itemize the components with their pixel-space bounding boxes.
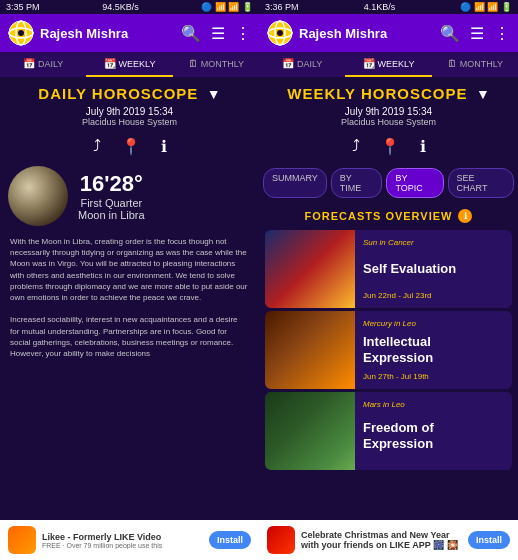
chevron-icon-left: ▼ [207, 86, 221, 102]
moon-info: 16'28° First Quarter Moon in Libra [78, 171, 145, 221]
horoscope-date-left: July 9th 2019 15:34 [4, 106, 255, 117]
actions-right: ⤴ 📍 ℹ [259, 131, 518, 162]
chevron-icon-right: ▼ [476, 86, 490, 102]
forecast-planet-1: Sun in Cancer [363, 238, 504, 247]
moon-phase: First Quarter [78, 197, 145, 209]
tab-weekly-left[interactable]: 📆 WEEKLY [86, 52, 172, 77]
filter-summary[interactable]: SUMMARY [263, 168, 327, 198]
filter-see-chart[interactable]: SEE CHART [448, 168, 514, 198]
menu-icon-left[interactable]: ☰ [211, 24, 225, 43]
data-speed-right: 4.1KB/s [364, 2, 396, 12]
ad-text-left: Likee - Formerly LIKE Video FREE · Over … [42, 532, 203, 549]
weekly-icon-left: 📆 [104, 58, 116, 69]
tab-daily-right[interactable]: 📅 DAILY [259, 52, 345, 77]
svg-point-3 [18, 30, 24, 36]
filter-by-time[interactable]: BY TIME [331, 168, 383, 198]
tab-monthly-left[interactable]: 🗓 MONTHLY [173, 52, 259, 77]
ad-title-left: Likee - Formerly LIKE Video [42, 532, 203, 542]
ad-logo-left [8, 526, 36, 554]
filter-tabs: SUMMARY BY TIME BY TOPIC SEE CHART [259, 162, 518, 204]
time-left: 3:35 PM [6, 2, 40, 12]
more-icon-right[interactable]: ⋮ [494, 24, 510, 43]
search-icon-left[interactable]: 🔍 [181, 24, 201, 43]
pin-icon-left[interactable]: 📍 [121, 137, 141, 156]
user-name-right: Rajesh Mishra [299, 26, 430, 41]
forecast-list: Sun in Cancer Self Evaluation Jun 22nd -… [259, 228, 518, 520]
tab-monthly-right[interactable]: 🗓 MONTHLY [432, 52, 518, 77]
signal-icons-left: 🔵 📶 📶 🔋 [201, 2, 253, 12]
forecast-card-3[interactable]: Mars in Leo Freedom of Expression [265, 392, 512, 470]
horoscope-date-right: July 9th 2019 15:34 [263, 106, 514, 117]
ad-banner-right: Celebrate Christmas and New Year with yo… [259, 520, 518, 560]
forecast-img-2 [265, 311, 355, 389]
time-right: 3:36 PM [265, 2, 299, 12]
forecast-title-2: Intellectual Expression [363, 334, 504, 365]
daily-icon-left: 📅 [23, 58, 35, 69]
ad-install-button-left[interactable]: Install [209, 531, 251, 549]
tab-daily-left[interactable]: 📅 DAILY [0, 52, 86, 77]
app-logo-right [267, 20, 293, 46]
weekly-icon-right: 📆 [363, 58, 375, 69]
monthly-icon-left: 🗓 [188, 58, 198, 69]
ad-banners: Likee - Formerly LIKE Video FREE · Over … [0, 520, 518, 560]
screen-right: 3:36 PM 4.1KB/s 🔵 📶 📶 🔋 Rajesh Mishra 🔍 … [259, 0, 518, 520]
actions-left: ⤴ 📍 ℹ [0, 131, 259, 162]
top-nav-left: Rajesh Mishra 🔍 ☰ ⋮ [0, 14, 259, 52]
ad-install-button-right[interactable]: Install [468, 531, 510, 549]
ad-sub-left: FREE · Over 79 million people use this [42, 542, 203, 549]
info-icon-right[interactable]: ℹ [420, 137, 426, 156]
tabs-right: 📅 DAILY 📆 WEEKLY 🗓 MONTHLY [259, 52, 518, 77]
ad-banner-left: Likee - Formerly LIKE Video FREE · Over … [0, 520, 259, 560]
house-system-left: Placidus House System [4, 117, 255, 127]
tab-weekly-right[interactable]: 📆 WEEKLY [345, 52, 431, 77]
forecast-planet-3: Mars in Leo [363, 400, 504, 409]
ad-title-right: Celebrate Christmas and New Year with yo… [301, 530, 462, 550]
forecast-planet-2: Mercury in Leo [363, 319, 504, 328]
section-header-left: DAILY HOROSCOPE ▼ July 9th 2019 15:34 Pl… [0, 77, 259, 131]
moon-degrees: 16'28° [78, 171, 145, 197]
svg-point-7 [277, 30, 283, 36]
monthly-icon-right: 🗓 [447, 58, 457, 69]
forecasts-header: FORECASTS OVERVIEW ℹ [259, 204, 518, 228]
forecast-date-1: Jun 22nd - Jul 23rd [363, 291, 504, 300]
forecast-img-1 [265, 230, 355, 308]
ad-logo-right [267, 526, 295, 554]
forecast-date-2: Jun 27th - Jul 19th [363, 372, 504, 381]
more-icon-left[interactable]: ⋮ [235, 24, 251, 43]
forecast-info-3: Mars in Leo Freedom of Expression [355, 392, 512, 470]
pin-icon-right[interactable]: 📍 [380, 137, 400, 156]
top-nav-right: Rajesh Mishra 🔍 ☰ ⋮ [259, 14, 518, 52]
daily-icon-right: 📅 [282, 58, 294, 69]
status-bar-left: 3:35 PM 94.5KB/s 🔵 📶 📶 🔋 [0, 0, 259, 14]
signal-icons-right: 🔵 📶 📶 🔋 [460, 2, 512, 12]
moon-sign: Moon in Libra [78, 209, 145, 221]
menu-icon-right[interactable]: ☰ [470, 24, 484, 43]
forecasts-title: FORECASTS OVERVIEW [305, 210, 453, 222]
share-icon-right[interactable]: ⤴ [352, 137, 360, 156]
moon-section: 16'28° First Quarter Moon in Libra [0, 162, 259, 230]
share-icon-left[interactable]: ⤴ [93, 137, 101, 156]
section-header-right: WEEKLY HOROSCOPE ▼ July 9th 2019 15:34 P… [259, 77, 518, 131]
horoscope-title-left: DAILY HOROSCOPE [38, 85, 198, 102]
forecast-img-3 [265, 392, 355, 470]
data-speed-left: 94.5KB/s [102, 2, 139, 12]
screen-left: 3:35 PM 94.5KB/s 🔵 📶 📶 🔋 Rajesh Mishra 🔍… [0, 0, 259, 520]
body-text-1: With the Moon in Libra, creating order i… [0, 230, 259, 365]
forecast-info-2: Mercury in Leo Intellectual Expression J… [355, 311, 512, 389]
forecast-card-2[interactable]: Mercury in Leo Intellectual Expression J… [265, 311, 512, 389]
forecast-title-1: Self Evaluation [363, 261, 504, 277]
forecast-card-1[interactable]: Sun in Cancer Self Evaluation Jun 22nd -… [265, 230, 512, 308]
moon-image [8, 166, 68, 226]
info-icon-left[interactable]: ℹ [161, 137, 167, 156]
ad-text-right: Celebrate Christmas and New Year with yo… [301, 530, 462, 550]
forecast-title-3: Freedom of Expression [363, 420, 504, 451]
forecasts-info-icon[interactable]: ℹ [458, 209, 472, 223]
forecast-info-1: Sun in Cancer Self Evaluation Jun 22nd -… [355, 230, 512, 308]
horoscope-title-right: WEEKLY HOROSCOPE [287, 85, 467, 102]
search-icon-right[interactable]: 🔍 [440, 24, 460, 43]
user-name-left: Rajesh Mishra [40, 26, 171, 41]
tabs-left: 📅 DAILY 📆 WEEKLY 🗓 MONTHLY [0, 52, 259, 77]
filter-by-topic[interactable]: BY TOPIC [386, 168, 443, 198]
status-bar-right: 3:36 PM 4.1KB/s 🔵 📶 📶 🔋 [259, 0, 518, 14]
app-logo-left [8, 20, 34, 46]
